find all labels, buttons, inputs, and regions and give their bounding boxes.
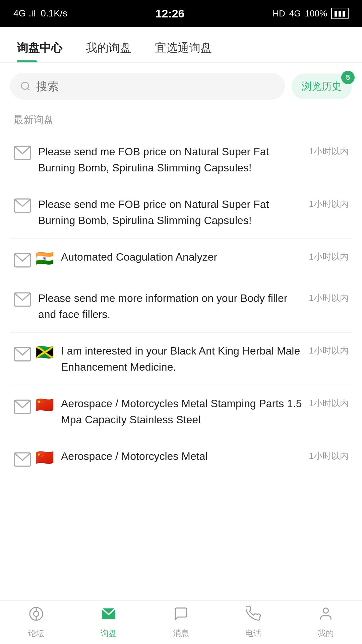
item-icons: 🇯🇲: [13, 343, 54, 364]
country-flag: 🇯🇲: [36, 345, 54, 364]
item-icons: [13, 290, 32, 307]
hd-indicator: HD: [273, 8, 285, 19]
tab-inquiry-center[interactable]: 询盘中心: [13, 30, 76, 62]
item-content: Please send me FOB price on Natural Supe…: [38, 144, 302, 176]
inquiry-icon: [101, 606, 116, 625]
browse-history-badge: 5: [341, 71, 355, 84]
mail-icon: [13, 347, 32, 362]
status-bar: 4G .il 0.1K/s 12:26 HD 4G 100% ▮▮▮: [0, 0, 362, 27]
item-time: 1小时以内: [309, 249, 349, 263]
nav-inquiry-label: 询盘: [101, 628, 117, 639]
nav-phone-label: 电话: [245, 628, 261, 639]
nav-message-label: 消息: [173, 628, 189, 639]
forum-icon: [28, 606, 44, 625]
nav-inquiry[interactable]: 询盘: [72, 606, 145, 639]
tab-selected-inquiry[interactable]: 宜选通询盘: [152, 30, 225, 62]
phone-icon: [246, 606, 261, 625]
tab-my-inquiry[interactable]: 我的询盘: [82, 30, 145, 62]
svg-point-14: [323, 608, 328, 613]
battery-percentage: 100%: [305, 8, 327, 19]
item-message: I am interested in your Black Ant King H…: [61, 345, 300, 373]
item-message: Aerospace / Motorcycles Metal: [61, 450, 208, 462]
status-left: 4G .il 0.1K/s: [13, 8, 67, 19]
status-time: 12:26: [156, 7, 185, 20]
item-time: 1小时以内: [309, 395, 349, 409]
svg-line-1: [27, 88, 29, 90]
battery-icon: ▮▮▮: [331, 8, 349, 19]
nav-phone[interactable]: 电话: [217, 606, 290, 639]
inquiry-item[interactable]: 🇨🇳Aerospace / Motorcycles Metal Stamping…: [10, 385, 352, 438]
item-message: Automated Coagulation Analyzer: [61, 251, 217, 263]
nav-forum[interactable]: 论坛: [0, 606, 72, 639]
inquiry-item[interactable]: Please send me FOB price on Natural Supe…: [10, 133, 352, 186]
country-flag: 🇨🇳: [36, 450, 54, 469]
item-time: 1小时以内: [309, 290, 349, 304]
item-icons: 🇨🇳: [13, 448, 54, 469]
tab-navigation: 询盘中心 我的询盘 宜选通询盘: [0, 30, 362, 63]
item-time: 1小时以内: [309, 144, 349, 157]
item-message: Please send me FOB price on Natural Supe…: [38, 198, 269, 226]
item-content: Please send me more information on your …: [38, 290, 302, 322]
mail-icon: [13, 399, 32, 414]
svg-point-10: [34, 611, 39, 616]
mail-icon: [13, 198, 32, 213]
bottom-navigation: 论坛 询盘 消息 电话 我的: [0, 600, 362, 644]
inquiry-item[interactable]: 🇨🇳Aerospace / Motorcycles Metal1小时以内: [10, 438, 352, 479]
item-icons: [13, 196, 32, 213]
nav-forum-label: 论坛: [28, 628, 44, 639]
item-content: Aerospace / Motorcycles Metal: [61, 448, 302, 464]
browse-history-button[interactable]: 浏览历史 5: [292, 73, 352, 99]
nav-mine[interactable]: 我的: [290, 606, 362, 639]
network-signal: 4G .il: [13, 8, 35, 19]
mine-icon: [318, 606, 334, 625]
item-content: I am interested in your Black Ant King H…: [61, 343, 302, 375]
mail-icon: [13, 253, 32, 268]
item-message: Aerospace / Motorcycles Metal Stamping P…: [61, 397, 302, 426]
search-box[interactable]: [10, 73, 285, 100]
item-icons: 🇮🇳: [13, 249, 54, 270]
search-input[interactable]: [36, 80, 275, 93]
item-time: 1小时以内: [309, 448, 349, 462]
search-icon: [20, 80, 31, 92]
item-content: Automated Coagulation Analyzer: [61, 249, 302, 265]
item-icons: [13, 144, 32, 160]
inquiry-item[interactable]: 🇮🇳Automated Coagulation Analyzer1小时以内: [10, 239, 352, 280]
inquiry-item[interactable]: Please send me FOB price on Natural Supe…: [10, 186, 352, 239]
item-content: Aerospace / Motorcycles Metal Stamping P…: [61, 395, 302, 428]
item-content: Please send me FOB price on Natural Supe…: [38, 196, 302, 228]
item-time: 1小时以内: [309, 196, 349, 210]
nav-message[interactable]: 消息: [145, 606, 217, 639]
item-message: Please send me FOB price on Natural Supe…: [38, 146, 269, 174]
message-icon: [173, 606, 189, 625]
mail-icon: [13, 452, 32, 467]
item-icons: 🇨🇳: [13, 395, 54, 416]
inquiry-list: Please send me FOB price on Natural Supe…: [0, 133, 362, 479]
mail-icon: [13, 292, 32, 307]
inquiry-item[interactable]: Please send me more information on your …: [10, 280, 352, 333]
country-flag: 🇨🇳: [36, 397, 54, 416]
search-area: 浏览历史 5: [0, 63, 362, 110]
item-message: Please send me more information on your …: [38, 292, 287, 320]
speed-indicator: 0.1K/s: [41, 8, 67, 19]
svg-point-0: [21, 82, 28, 89]
nav-mine-label: 我的: [318, 628, 334, 639]
mail-icon: [13, 146, 32, 160]
network-type: 4G: [289, 8, 301, 19]
status-right: HD 4G 100% ▮▮▮: [273, 8, 349, 19]
item-time: 1小时以内: [309, 343, 349, 357]
section-label: 最新询盘: [0, 110, 362, 133]
inquiry-item[interactable]: 🇯🇲I am interested in your Black Ant King…: [10, 333, 352, 385]
country-flag: 🇮🇳: [36, 251, 54, 270]
